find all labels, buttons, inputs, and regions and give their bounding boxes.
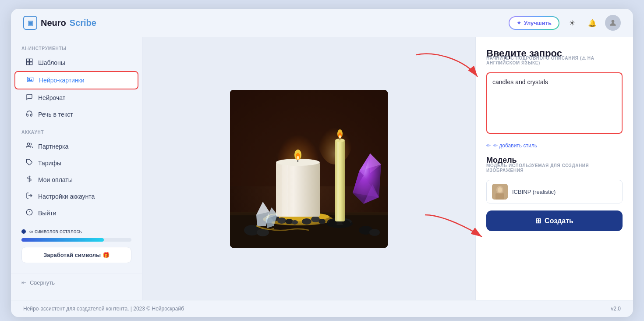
header: ▣ NeuroScribe ✦ Улучшить ☀ 🔔 bbox=[11, 9, 633, 37]
svg-point-60 bbox=[369, 229, 380, 236]
sidebar-item-speech[interactable]: Речь в текст bbox=[14, 106, 138, 123]
svg-point-21 bbox=[277, 218, 286, 224]
model-selector[interactable]: ICBINP (realistic) bbox=[486, 180, 623, 203]
svg-point-34 bbox=[297, 156, 299, 160]
svg-point-22 bbox=[285, 219, 293, 224]
svg-point-24 bbox=[311, 216, 320, 222]
payments-label: Мои оплаты bbox=[38, 176, 73, 183]
account-label: АККАУНТ bbox=[11, 130, 142, 138]
svg-point-45 bbox=[339, 135, 341, 138]
speech-icon bbox=[25, 110, 34, 119]
progress-bar-fill bbox=[21, 238, 104, 242]
prompt-textarea[interactable] bbox=[486, 72, 623, 134]
svg-point-0 bbox=[612, 20, 615, 23]
svg-rect-29 bbox=[282, 164, 288, 216]
panel-subtitle: НАЧНИТЕ С ПОДРОБНОГО ОПИСАНИЯ (⚠ НА АНГЛ… bbox=[486, 56, 623, 65]
model-subtitle: МОДЕЛЬ ИСПОЛЬЗУЕМАЯ ДЛЯ СОЗДАНИЯ ИЗОБРАЖ… bbox=[486, 163, 623, 173]
symbols-label: ∞ символов осталось bbox=[29, 228, 82, 235]
app-window: ▣ NeuroScribe ✦ Улучшить ☀ 🔔 AI-ИНСТРУМЕ… bbox=[11, 9, 633, 317]
svg-rect-3 bbox=[26, 62, 29, 65]
svg-rect-40 bbox=[337, 142, 339, 221]
svg-rect-5 bbox=[27, 77, 33, 82]
earn-symbols-button[interactable]: Заработай символы 🎁 bbox=[21, 247, 131, 263]
right-panel: Введите запрос НАЧНИТЕ С ПОДРОБНОГО ОПИС… bbox=[475, 37, 633, 300]
neuro-images-label: Нейро-картинки bbox=[39, 77, 85, 84]
logout-icon bbox=[25, 209, 34, 218]
prompt-section bbox=[486, 72, 623, 136]
logo-icon: ▣ bbox=[23, 16, 37, 30]
upgrade-button[interactable]: ✦ Улучшить bbox=[509, 16, 559, 30]
progress-bar-bg bbox=[21, 238, 131, 242]
svg-rect-39 bbox=[335, 140, 345, 221]
svg-rect-1 bbox=[26, 59, 29, 61]
tariffs-label: Тарифы bbox=[38, 160, 61, 167]
partner-icon bbox=[25, 142, 34, 151]
svg-point-23 bbox=[302, 218, 311, 225]
content-area bbox=[142, 37, 475, 300]
footer-version: v2.0 bbox=[611, 306, 621, 312]
logout-label: Выйти bbox=[38, 210, 56, 217]
neuro-images-icon bbox=[26, 76, 35, 85]
notifications-button[interactable]: 🔔 bbox=[585, 15, 600, 30]
create-label: Создать bbox=[545, 217, 573, 225]
sidebar: AI-ИНСТРУМЕНТЫ Шаблоны Нейро-картинки Не… bbox=[11, 37, 142, 300]
header-right: ✦ Улучшить ☀ 🔔 bbox=[509, 15, 621, 31]
upgrade-label: Улучшить bbox=[524, 20, 552, 26]
theme-toggle-button[interactable]: ☀ bbox=[565, 15, 580, 30]
footer: Нейро-ассистент для создателей контента.… bbox=[11, 300, 633, 317]
logo-neuro: Neuro bbox=[41, 18, 66, 28]
add-style-icon: ✏ bbox=[486, 143, 491, 149]
symbols-info: ∞ символов осталось bbox=[21, 228, 131, 235]
svg-point-7 bbox=[27, 143, 29, 145]
model-name: ICBINP (realistic) bbox=[512, 189, 556, 195]
logo: ▣ NeuroScribe bbox=[23, 16, 96, 30]
generated-image bbox=[230, 90, 388, 248]
sidebar-item-payments[interactable]: Мои оплаты bbox=[14, 171, 138, 188]
svg-rect-2 bbox=[30, 59, 32, 61]
templates-icon bbox=[25, 58, 34, 67]
ai-tools-label: AI-ИНСТРУМЕНТЫ bbox=[11, 46, 142, 54]
speech-label: Речь в текст bbox=[38, 111, 73, 118]
sidebar-item-logout[interactable]: Выйти bbox=[14, 205, 138, 221]
add-style-button[interactable]: ✏ ✏ добавить стиль bbox=[486, 143, 623, 149]
svg-point-27 bbox=[292, 220, 298, 225]
sidebar-item-neuro-images[interactable]: Нейро-картинки bbox=[14, 71, 138, 89]
svg-rect-4 bbox=[30, 62, 32, 65]
model-selector-section: ICBINP (realistic) bbox=[486, 180, 623, 203]
model-section: Модель МОДЕЛЬ ИСПОЛЬЗУЕМАЯ ДЛЯ СОЗДАНИЯ … bbox=[486, 156, 623, 173]
sidebar-item-partner[interactable]: Партнерка bbox=[14, 138, 138, 155]
sidebar-footer: ∞ символов осталось Заработай символы 🎁 bbox=[11, 221, 142, 270]
sidebar-item-templates[interactable]: Шаблоны bbox=[14, 54, 138, 71]
collapse-icon: ⇤ bbox=[21, 279, 26, 286]
partner-label: Партнерка bbox=[38, 143, 68, 150]
symbols-dot bbox=[21, 229, 26, 234]
model-thumbnail bbox=[492, 184, 508, 200]
tariffs-icon bbox=[25, 159, 34, 168]
settings-icon bbox=[25, 192, 34, 201]
neurochat-icon bbox=[25, 93, 34, 102]
create-icon: ⊞ bbox=[535, 217, 541, 225]
settings-label: Настройки аккаунта bbox=[38, 193, 95, 200]
add-style-label: ✏ добавить стиль bbox=[493, 143, 537, 149]
collapse-button[interactable]: ⇤ Свернуть bbox=[11, 274, 142, 291]
payments-icon bbox=[25, 175, 34, 184]
avatar[interactable] bbox=[605, 15, 621, 31]
sidebar-item-tariffs[interactable]: Тарифы bbox=[14, 155, 138, 171]
sidebar-item-settings[interactable]: Настройки аккаунта bbox=[14, 188, 138, 205]
neurochat-label: Нейрочат bbox=[38, 94, 65, 101]
main-layout: AI-ИНСТРУМЕНТЫ Шаблоны Нейро-картинки Не… bbox=[11, 37, 633, 300]
templates-label: Шаблоны bbox=[38, 59, 65, 66]
svg-point-25 bbox=[318, 219, 326, 224]
footer-copyright: Нейро-ассистент для создателей контента.… bbox=[23, 306, 184, 312]
svg-rect-66 bbox=[495, 193, 504, 200]
create-button[interactable]: ⊞ Создать bbox=[486, 210, 623, 231]
sidebar-item-neurochat[interactable]: Нейрочат bbox=[14, 89, 138, 106]
svg-point-65 bbox=[498, 187, 502, 193]
collapse-label: Свернуть bbox=[30, 279, 55, 286]
upgrade-icon: ✦ bbox=[517, 20, 521, 26]
logo-scribe: Scribe bbox=[70, 18, 96, 28]
